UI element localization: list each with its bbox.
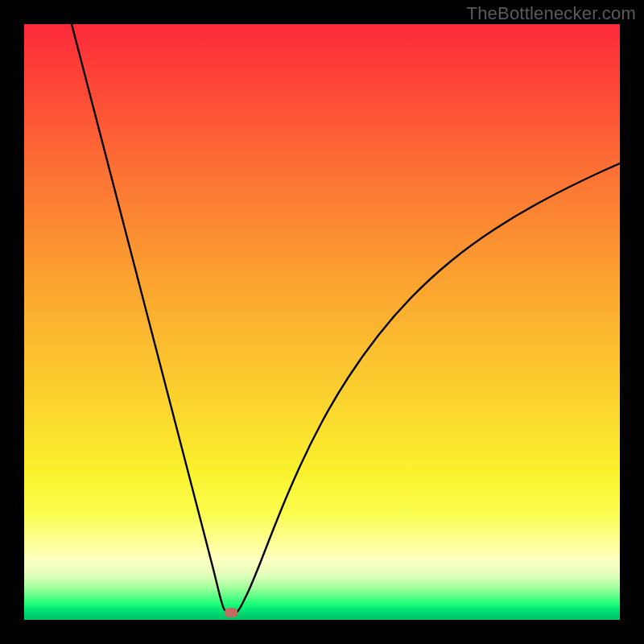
bottleneck-curve: [24, 24, 620, 620]
plot-area: [24, 24, 620, 620]
bottleneck-curve-path: [72, 24, 620, 613]
watermark-text: TheBottlenecker.com: [467, 3, 636, 24]
chart-frame: TheBottlenecker.com: [0, 0, 644, 644]
minimum-marker: [225, 608, 237, 617]
